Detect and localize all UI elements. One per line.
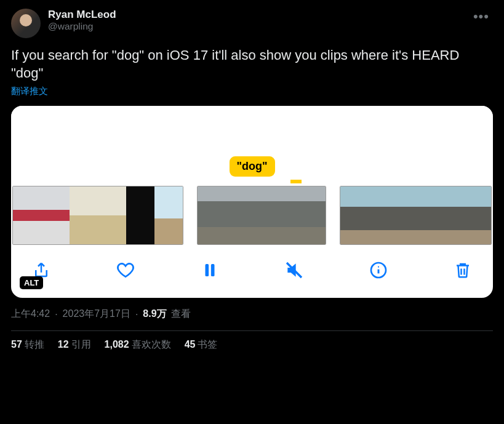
- clip-group-3[interactable]: [340, 186, 492, 245]
- tweet-meta: 上午4:42 2023年7月17日 8.9万 查看: [11, 308, 493, 321]
- bookmarks-label: 书签: [198, 339, 217, 350]
- tweet-container: Ryan McLeod @warpling ••• If you search …: [0, 0, 504, 360]
- pause-icon[interactable]: [199, 260, 220, 281]
- retweets-label: 转推: [25, 339, 44, 350]
- likes-count: 1,082: [105, 339, 129, 350]
- separator-dot: [52, 309, 60, 320]
- bookmarks-stat[interactable]: 45书签: [185, 338, 218, 351]
- tweet-text: If you search for "dog" on iOS 17 it'll …: [11, 47, 493, 82]
- separator-dot: [133, 309, 140, 320]
- svg-rect-0: [206, 264, 209, 276]
- quotes-count: 12: [58, 339, 69, 350]
- likes-label: 喜欢次数: [132, 339, 171, 350]
- info-icon[interactable]: [368, 260, 389, 281]
- author-identity: Ryan McLeod @warpling: [48, 9, 470, 32]
- clip-frame: [340, 186, 366, 244]
- quotes-stat[interactable]: 12引用: [58, 338, 91, 351]
- clip-frame: [126, 186, 154, 244]
- divider: [11, 330, 493, 331]
- video-filmstrip[interactable]: [11, 186, 493, 245]
- clip-frame: [415, 186, 441, 244]
- retweets-stat[interactable]: 57转推: [11, 338, 44, 351]
- avatar[interactable]: [11, 9, 41, 38]
- clip-frame: [98, 186, 126, 244]
- tweet-stats: 57转推 12引用 1,082喜欢次数 45书签: [11, 338, 493, 351]
- heard-label-bubble: "dog": [229, 156, 274, 177]
- clip-frame: [366, 186, 391, 244]
- quotes-label: 引用: [71, 339, 91, 350]
- attached-media[interactable]: "dog": [11, 106, 493, 298]
- clip-frame: [283, 186, 326, 244]
- clip-frame: [70, 186, 98, 244]
- tweet-header: Ryan McLeod @warpling •••: [11, 9, 493, 38]
- mute-icon[interactable]: [284, 260, 305, 281]
- alt-badge[interactable]: ALT: [20, 276, 43, 289]
- trash-icon[interactable]: [452, 260, 473, 281]
- clip-frame: [441, 186, 466, 244]
- views-count: 8.9万: [143, 308, 166, 321]
- tweet-time[interactable]: 上午4:42: [11, 308, 50, 321]
- playhead-marker: [290, 180, 302, 183]
- clip-frame: [198, 186, 240, 244]
- media-toolbar: [11, 245, 493, 298]
- clip-group-1[interactable]: [12, 186, 183, 245]
- media-caption-area: "dog": [11, 106, 493, 186]
- clip-frame: [466, 186, 491, 244]
- more-options-icon[interactable]: •••: [470, 9, 493, 25]
- views-label: 查看: [171, 308, 191, 321]
- clip-frame: [391, 186, 416, 244]
- svg-rect-1: [211, 264, 215, 276]
- clip-frame: [240, 186, 282, 244]
- clip-frame: [41, 186, 70, 244]
- likes-stat[interactable]: 1,082喜欢次数: [105, 338, 171, 351]
- translate-link[interactable]: 翻译推文: [11, 86, 48, 97]
- heart-icon[interactable]: [115, 260, 136, 281]
- tweet-date[interactable]: 2023年7月17日: [63, 308, 130, 321]
- clip-frame: [154, 186, 183, 244]
- author-display-name[interactable]: Ryan McLeod: [48, 9, 470, 21]
- author-handle[interactable]: @warpling: [48, 21, 470, 32]
- bookmarks-count: 45: [185, 339, 196, 350]
- retweets-count: 57: [11, 339, 22, 350]
- clip-frame: [13, 186, 41, 244]
- svg-point-5: [378, 266, 379, 268]
- clip-group-2[interactable]: [197, 186, 326, 245]
